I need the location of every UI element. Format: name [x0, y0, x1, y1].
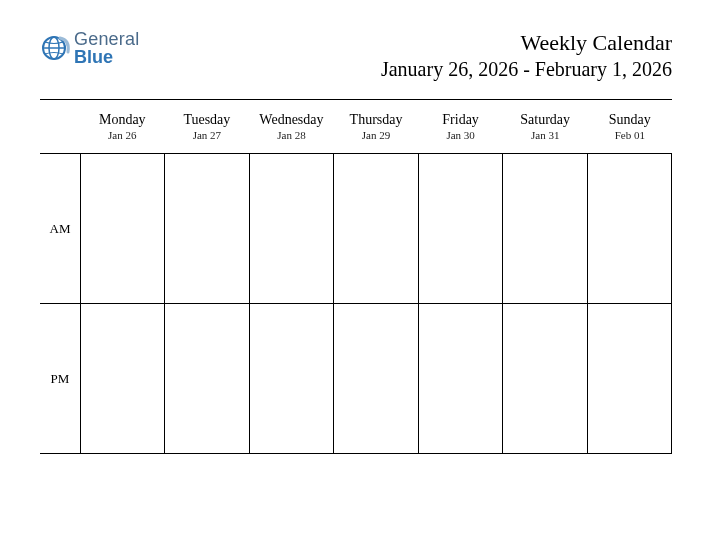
calendar-cell — [588, 154, 672, 304]
day-date: Jan 31 — [503, 129, 588, 141]
page-title: Weekly Calendar — [381, 30, 672, 56]
calendar-cell — [250, 304, 334, 454]
logo-word-blue: Blue — [74, 48, 139, 66]
calendar-cell — [165, 304, 249, 454]
calendar-grid: AM PM — [40, 153, 672, 454]
header-rule — [40, 99, 672, 100]
day-date: Jan 29 — [334, 129, 419, 141]
calendar-cell — [81, 304, 165, 454]
day-name: Saturday — [503, 112, 588, 128]
day-name: Friday — [418, 112, 503, 128]
calendar-cell — [503, 154, 587, 304]
calendar-cell — [419, 304, 503, 454]
day-header: Monday Jan 26 — [80, 108, 165, 147]
day-header: Tuesday Jan 27 — [165, 108, 250, 147]
globe-icon — [40, 32, 72, 64]
day-name: Wednesday — [249, 112, 334, 128]
calendar-cell — [503, 304, 587, 454]
logo-word-general: General — [74, 30, 139, 48]
day-name: Sunday — [587, 112, 672, 128]
brand-logo: General Blue — [40, 30, 139, 66]
day-date: Jan 30 — [418, 129, 503, 141]
day-name: Tuesday — [165, 112, 250, 128]
day-header: Saturday Jan 31 — [503, 108, 588, 147]
period-label-pm: PM — [40, 304, 80, 454]
calendar-cell — [588, 304, 672, 454]
calendar-cell — [165, 154, 249, 304]
day-header: Thursday Jan 29 — [334, 108, 419, 147]
calendar-cell — [334, 154, 418, 304]
day-date: Jan 28 — [249, 129, 334, 141]
day-date: Jan 27 — [165, 129, 250, 141]
date-range: January 26, 2026 - February 1, 2026 — [381, 58, 672, 81]
day-date: Jan 26 — [80, 129, 165, 141]
day-header: Wednesday Jan 28 — [249, 108, 334, 147]
day-name: Monday — [80, 112, 165, 128]
calendar-cell — [419, 154, 503, 304]
day-name: Thursday — [334, 112, 419, 128]
period-label-am: AM — [40, 154, 80, 304]
day-header: Sunday Feb 01 — [587, 108, 672, 147]
day-header: Friday Jan 30 — [418, 108, 503, 147]
day-date: Feb 01 — [587, 129, 672, 141]
calendar-cell — [250, 154, 334, 304]
calendar-cell — [81, 154, 165, 304]
calendar-cell — [334, 304, 418, 454]
